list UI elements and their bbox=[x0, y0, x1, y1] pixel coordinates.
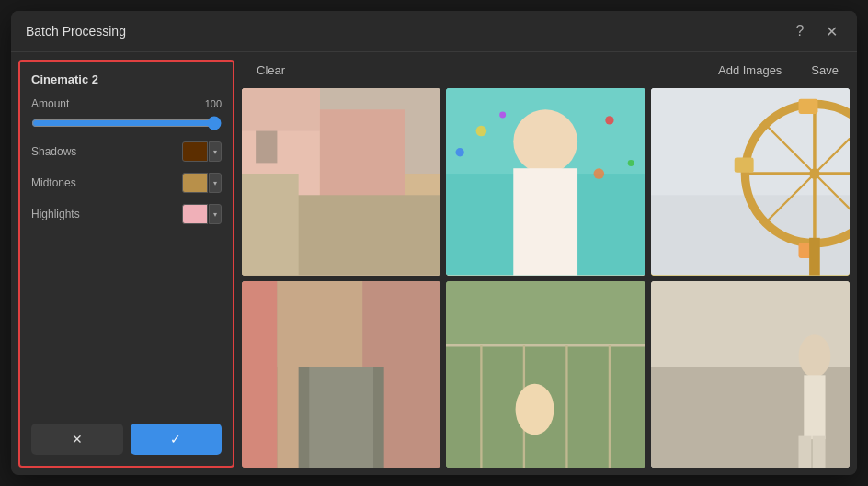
image-3 bbox=[651, 88, 850, 276]
svg-rect-3 bbox=[242, 88, 320, 131]
action-buttons: ✕ ✓ bbox=[31, 424, 222, 455]
batch-processing-dialog: Batch Processing ? ✕ Cinematic 2 Amount … bbox=[11, 11, 857, 475]
image-cell-5[interactable] bbox=[446, 281, 645, 469]
shadows-label: Shadows bbox=[31, 145, 76, 158]
svg-point-17 bbox=[499, 112, 506, 119]
svg-rect-37 bbox=[309, 367, 373, 468]
svg-rect-30 bbox=[809, 238, 820, 276]
highlights-swatch-container: ▾ bbox=[182, 204, 222, 224]
svg-point-12 bbox=[476, 126, 487, 137]
dialog-header: Batch Processing ? ✕ bbox=[11, 11, 857, 52]
svg-point-48 bbox=[516, 383, 554, 435]
highlights-swatch-arrow[interactable]: ▾ bbox=[209, 204, 222, 224]
right-toolbar: Clear Add Images Save bbox=[242, 60, 850, 81]
header-icons: ? ✕ bbox=[789, 20, 842, 42]
svg-point-14 bbox=[628, 160, 634, 166]
confirm-button[interactable]: ✓ bbox=[131, 424, 223, 455]
svg-rect-7 bbox=[256, 131, 277, 164]
svg-point-10 bbox=[514, 109, 578, 174]
svg-point-15 bbox=[456, 148, 464, 156]
highlights-label: Highlights bbox=[31, 208, 80, 220]
save-button[interactable]: Save bbox=[804, 60, 846, 81]
shadows-swatch-container: ▾ bbox=[182, 141, 222, 162]
dialog-body: Cinematic 2 Amount 100 Shadows ▾ Midton bbox=[11, 52, 857, 475]
left-panel: Cinematic 2 Amount 100 Shadows ▾ Midton bbox=[18, 60, 234, 468]
right-panel: Clear Add Images Save bbox=[242, 52, 857, 475]
image-4 bbox=[242, 281, 440, 469]
amount-slider[interactable] bbox=[31, 116, 222, 130]
highlights-param: Highlights ▾ bbox=[31, 204, 222, 224]
help-button[interactable]: ? bbox=[789, 20, 811, 42]
image-2 bbox=[446, 88, 645, 276]
svg-rect-54 bbox=[804, 375, 825, 439]
add-images-button[interactable]: Add Images bbox=[711, 60, 789, 81]
shadows-param: Shadows ▾ bbox=[31, 141, 222, 162]
svg-rect-55 bbox=[798, 435, 811, 468]
image-5 bbox=[446, 281, 645, 469]
svg-point-16 bbox=[594, 168, 605, 179]
svg-rect-26 bbox=[798, 99, 817, 114]
svg-point-53 bbox=[798, 334, 830, 378]
image-cell-3[interactable] bbox=[651, 88, 850, 276]
images-grid bbox=[242, 88, 850, 468]
amount-param: Amount 100 bbox=[31, 97, 222, 130]
svg-point-13 bbox=[606, 116, 614, 124]
dialog-title: Batch Processing bbox=[26, 24, 126, 39]
image-cell-6[interactable] bbox=[651, 281, 850, 469]
image-cell-1[interactable] bbox=[242, 88, 440, 276]
amount-value: 100 bbox=[205, 98, 222, 109]
midtones-label: Midtones bbox=[31, 176, 76, 189]
shadows-swatch[interactable] bbox=[182, 141, 208, 162]
highlights-swatch[interactable] bbox=[182, 204, 208, 224]
image-6 bbox=[651, 281, 850, 469]
svg-rect-29 bbox=[734, 158, 753, 173]
midtones-param: Midtones ▾ bbox=[31, 173, 222, 193]
svg-rect-11 bbox=[514, 168, 578, 275]
close-icon: ✕ bbox=[826, 23, 838, 40]
amount-label-row: Amount 100 bbox=[31, 97, 222, 110]
cancel-button[interactable]: ✕ bbox=[31, 424, 123, 455]
svg-rect-56 bbox=[812, 435, 825, 468]
svg-rect-6 bbox=[242, 174, 299, 275]
clear-button[interactable]: Clear bbox=[249, 60, 292, 81]
close-button[interactable]: ✕ bbox=[820, 20, 842, 42]
midtones-swatch[interactable] bbox=[182, 173, 208, 193]
image-1 bbox=[242, 88, 440, 276]
midtones-swatch-arrow[interactable]: ▾ bbox=[209, 173, 222, 193]
svg-rect-39 bbox=[446, 281, 645, 345]
midtones-swatch-container: ▾ bbox=[182, 173, 222, 193]
shadows-swatch-arrow[interactable]: ▾ bbox=[209, 141, 222, 162]
help-icon: ? bbox=[796, 23, 805, 40]
svg-rect-33 bbox=[242, 281, 277, 469]
filter-name: Cinematic 2 bbox=[31, 73, 222, 86]
image-cell-4[interactable] bbox=[242, 281, 440, 469]
image-cell-2[interactable] bbox=[446, 88, 645, 276]
amount-label: Amount bbox=[31, 97, 69, 110]
